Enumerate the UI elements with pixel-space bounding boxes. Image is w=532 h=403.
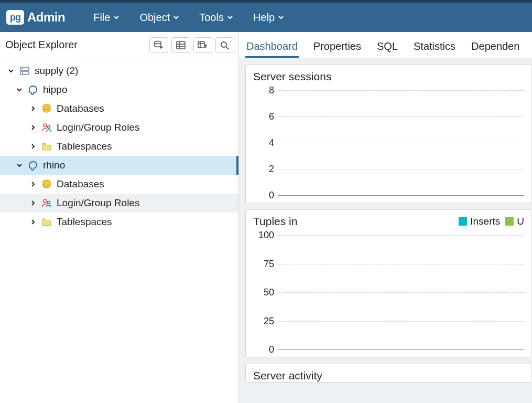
logo-mark-icon: pg bbox=[6, 10, 24, 25]
svg-point-15 bbox=[44, 124, 47, 127]
view-data-button[interactable] bbox=[171, 37, 190, 53]
tree-node-label: Login/Group Roles bbox=[57, 197, 139, 209]
chevron-right-icon[interactable] bbox=[29, 199, 37, 207]
tree-node-label: Tablespaces bbox=[57, 216, 112, 228]
sidebar-header: Object Explorer bbox=[0, 32, 238, 58]
menu-tools-label: Tools bbox=[199, 12, 224, 24]
table-icon bbox=[176, 40, 186, 50]
tree-node-server-hippo[interactable]: hippo bbox=[0, 80, 238, 99]
tree-node-databases[interactable]: Databases bbox=[0, 99, 238, 118]
tree-node-label: hippo bbox=[43, 84, 68, 96]
tree-node-label: Databases bbox=[57, 103, 104, 114]
legend-inserts[interactable]: Inserts bbox=[459, 216, 500, 227]
ytick: 2 bbox=[253, 164, 274, 175]
chevron-right-icon[interactable] bbox=[29, 218, 37, 226]
database-icon bbox=[41, 103, 52, 114]
ytick: 8 bbox=[253, 85, 274, 96]
search-icon bbox=[220, 40, 230, 50]
chevron-down-icon bbox=[173, 14, 179, 20]
chevron-down-icon[interactable] bbox=[16, 86, 23, 93]
chevron-right-icon[interactable] bbox=[29, 105, 37, 112]
chevron-down-icon bbox=[113, 14, 120, 20]
menu-object-label: Object bbox=[139, 12, 170, 24]
panel-server-sessions: Server sessions 8 6 4 2 0 bbox=[245, 65, 532, 203]
tab-dashboard[interactable]: Dashboard bbox=[245, 35, 299, 58]
sidebar-title: Object Explorer bbox=[5, 39, 78, 51]
tab-properties[interactable]: Properties bbox=[312, 35, 362, 58]
svg-point-8 bbox=[221, 42, 226, 47]
chevron-down-icon bbox=[278, 14, 284, 20]
tab-sql[interactable]: SQL bbox=[376, 35, 399, 58]
chart-tuples-in: 100 75 50 25 0 bbox=[253, 235, 524, 349]
svg-rect-1 bbox=[177, 41, 185, 49]
tree-node-tablespaces[interactable]: Tablespaces bbox=[0, 137, 238, 156]
svg-point-18 bbox=[44, 199, 47, 203]
elephant-icon bbox=[27, 160, 39, 171]
svg-point-13 bbox=[22, 72, 23, 73]
logo[interactable]: pg Admin bbox=[6, 10, 65, 25]
swatch-icon bbox=[459, 217, 467, 226]
svg-rect-11 bbox=[20, 71, 29, 75]
chart-server-sessions: 8 6 4 2 0 bbox=[253, 90, 524, 195]
legend-updates[interactable]: U bbox=[505, 216, 524, 227]
dashboard-scroll[interactable]: Server sessions 8 6 4 2 0 T bbox=[239, 58, 532, 403]
tree-node-databases[interactable]: Databases bbox=[0, 175, 238, 194]
ytick: 0 bbox=[253, 344, 274, 355]
legend: Inserts U bbox=[459, 216, 524, 227]
menu-file[interactable]: File bbox=[91, 7, 122, 28]
logo-text: Admin bbox=[27, 10, 65, 25]
database-play-icon bbox=[154, 40, 164, 50]
panel-server-activity: Server activity bbox=[245, 364, 532, 383]
query-tool-button[interactable] bbox=[149, 37, 168, 53]
sidebar: Object Explorer bbox=[0, 32, 239, 403]
database-icon bbox=[41, 178, 52, 190]
menu-help[interactable]: Help bbox=[251, 7, 286, 28]
tree-node-server-rhino[interactable]: rhino bbox=[0, 156, 238, 175]
roles-icon bbox=[41, 197, 52, 209]
ytick: 100 bbox=[253, 230, 274, 241]
filter-rows-button[interactable] bbox=[193, 37, 212, 53]
swatch-icon bbox=[505, 217, 514, 226]
sidebar-toolbar bbox=[149, 37, 234, 53]
chevron-right-icon[interactable] bbox=[29, 143, 37, 150]
menu-object[interactable]: Object bbox=[137, 7, 181, 28]
menu-help-label: Help bbox=[253, 12, 275, 24]
chevron-down-icon[interactable] bbox=[7, 67, 15, 75]
tree: supply (2) hippo Databases bbox=[0, 58, 238, 235]
tab-dependencies[interactable]: Dependen bbox=[470, 35, 520, 58]
content: Dashboard Properties SQL Statistics Depe… bbox=[239, 32, 532, 403]
legend-label: U bbox=[517, 216, 524, 227]
chevron-down-icon bbox=[227, 14, 233, 20]
tree-node-tablespaces[interactable]: Tablespaces bbox=[0, 213, 238, 231]
menu-file-label: File bbox=[93, 12, 110, 24]
tree-node-servergroup[interactable]: supply (2) bbox=[0, 61, 238, 80]
svg-rect-5 bbox=[198, 41, 204, 48]
svg-point-19 bbox=[48, 202, 50, 204]
ytick: 25 bbox=[253, 315, 274, 326]
ytick: 0 bbox=[253, 190, 274, 201]
tab-statistics[interactable]: Statistics bbox=[412, 35, 457, 58]
tree-node-label: Databases bbox=[57, 178, 104, 190]
chevron-down-icon[interactable] bbox=[16, 162, 23, 169]
chevron-right-icon[interactable] bbox=[29, 124, 37, 131]
panel-title: Server activity bbox=[253, 369, 322, 382]
ytick: 50 bbox=[253, 287, 274, 298]
tree-node-roles[interactable]: Login/Group Roles bbox=[0, 118, 238, 137]
ytick: 4 bbox=[253, 137, 274, 149]
ytick: 75 bbox=[253, 258, 274, 269]
svg-line-9 bbox=[226, 47, 229, 49]
svg-point-16 bbox=[48, 126, 50, 129]
tabs: Dashboard Properties SQL Statistics Depe… bbox=[239, 32, 532, 58]
tree-node-roles[interactable]: Login/Group Roles bbox=[0, 194, 238, 213]
servergroup-icon bbox=[19, 65, 30, 77]
svg-rect-10 bbox=[20, 67, 29, 70]
ytick: 6 bbox=[253, 111, 274, 122]
svg-point-12 bbox=[22, 68, 23, 69]
tree-node-label: supply (2) bbox=[35, 65, 78, 77]
folder-icon bbox=[41, 216, 52, 228]
search-objects-button[interactable] bbox=[215, 37, 234, 53]
menu-tools[interactable]: Tools bbox=[197, 7, 235, 28]
tree-node-label: Tablespaces bbox=[57, 141, 112, 152]
tree-node-label: Login/Group Roles bbox=[57, 122, 139, 133]
chevron-right-icon[interactable] bbox=[29, 181, 37, 188]
